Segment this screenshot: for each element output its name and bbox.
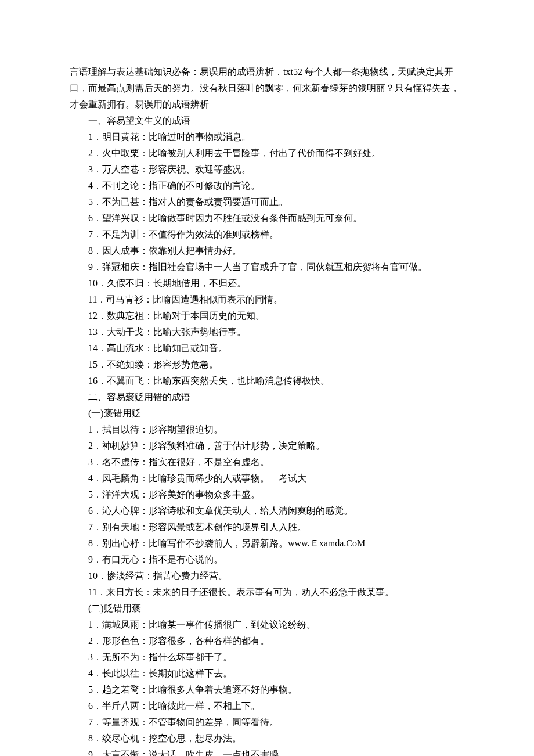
list-item: 7．别有天地：形容风景或艺术创作的境界引人入胜。 bbox=[70, 519, 464, 535]
list-item: 8．绞尽心机：挖空心思，想尽办法。 bbox=[70, 730, 464, 747]
list-item: 11．来日方长：未来的日子还很长。表示事有可为，劝人不必急于做某事。 bbox=[70, 584, 464, 600]
list-item: 6．半斤八两：比喻彼此一样，不相上下。 bbox=[70, 698, 464, 714]
list-item: 1．拭目以待：形容期望很迫切。 bbox=[70, 422, 464, 438]
list-item: 5．趋之若鹜：比喻很多人争着去追逐不好的事物。 bbox=[70, 682, 464, 698]
list-item: 3．无所不为：指什么坏事都干了。 bbox=[70, 649, 464, 665]
list-item: 2．形形色色：形容很多，各种各样的都有。 bbox=[70, 633, 464, 649]
list-item: 2．神机妙算：形容预料准确，善于估计形势，决定策略。 bbox=[70, 438, 464, 454]
list-item: 5．不为已甚：指对人的责备或责罚要适可而止。 bbox=[70, 194, 464, 210]
list-item: 10．惨淡经营：指苦心费力经营。 bbox=[70, 568, 464, 584]
list-item: 10．久假不归：长期地借用，不归还。 bbox=[70, 275, 464, 291]
list-item: 7．不足为训：不值得作为效法的准则或榜样。 bbox=[70, 226, 464, 243]
list-item: 5．洋洋大观：形容美好的事物众多丰盛。 bbox=[70, 487, 464, 503]
list-item: 12．数典忘祖：比喻对于本国历史的无知。 bbox=[70, 308, 464, 324]
section2-sub2-list: 1．满城风雨：比喻某一事件传播很广，到处议论纷纷。2．形形色色：形容很多，各种各… bbox=[70, 617, 464, 756]
list-item: 4．凤毛麟角：比喻珍贵而稀少的人或事物。 考试大 bbox=[70, 470, 464, 487]
list-item: 6．望洋兴叹：比喻做事时因力不胜任或没有条件而感到无可奈何。 bbox=[70, 210, 464, 226]
intro-paragraph: 言语理解与表达基础知识必备：易误用的成语辨析．txt52 每个人都一条抛物线，天… bbox=[70, 64, 464, 113]
list-item: 3．名不虚传：指实在很好，不是空有虚名。 bbox=[70, 454, 464, 470]
document-page: 言语理解与表达基础知识必备：易误用的成语辨析．txt52 每个人都一条抛物线，天… bbox=[0, 0, 534, 756]
section2-sub1-list: 1．拭目以待：形容期望很迫切。2．神机妙算：形容预料准确，善于估计形势，决定策略… bbox=[70, 422, 464, 600]
section2-sub1-heading: (一)褒错用贬 bbox=[70, 405, 464, 422]
list-item: 14．高山流水：比喻知己或知音。 bbox=[70, 340, 464, 357]
section2-heading: 二、容易褒贬用错的成语 bbox=[70, 389, 464, 405]
list-item: 8．别出心杼：比喻写作不抄袭前人，另辟新路。www.Ｅxamda.CoM bbox=[70, 535, 464, 552]
list-item: 15．不绝如缕：形容形势危急。 bbox=[70, 357, 464, 373]
list-item: 7．等量齐观：不管事物间的差异，同等看待。 bbox=[70, 714, 464, 730]
list-item: 8．因人成事：依靠别人把事情办好。 bbox=[70, 243, 464, 259]
list-item: 3．万人空巷：形容庆祝、欢迎等盛况。 bbox=[70, 161, 464, 178]
list-item: 6．沁人心脾：形容诗歌和文章优美动人，给人清闲爽朗的感觉。 bbox=[70, 503, 464, 519]
list-item: 2．火中取栗：比喻被别人利用去干冒险事，付出了代价而得不到好处。 bbox=[70, 145, 464, 161]
list-item: 16．不翼而飞：比喻东西突然丢失，也比喻消息传得极快。 bbox=[70, 373, 464, 389]
list-item: 1．满城风雨：比喻某一事件传播很广，到处议论纷纷。 bbox=[70, 617, 464, 633]
section2-sub2-heading: (二)贬错用褒 bbox=[70, 600, 464, 617]
list-item: 13．大动干戈：比喻大张声势地行事。 bbox=[70, 324, 464, 340]
list-item: 11．司马青衫：比喻因遭遇相似而表示的同情。 bbox=[70, 291, 464, 308]
list-item: 1．明日黄花：比喻过时的事物或消息。 bbox=[70, 129, 464, 145]
list-item: 9．大言不惭：说大话，吹牛皮，一点也不害臊。 bbox=[70, 747, 464, 756]
section1-heading: 一、容易望文生义的成语 bbox=[70, 113, 464, 129]
list-item: 9．弹冠相庆：指旧社会官场中一人当了官或升了官，同伙就互相庆贺将有官可做。 bbox=[70, 259, 464, 275]
section1-list: 1．明日黄花：比喻过时的事物或消息。2．火中取栗：比喻被别人利用去干冒险事，付出… bbox=[70, 129, 464, 389]
list-item: 4．长此以往：长期如此这样下去。 bbox=[70, 665, 464, 682]
list-item: 4．不刊之论：指正确的不可修改的言论。 bbox=[70, 178, 464, 194]
list-item: 9．有口无心：指不是有心说的。 bbox=[70, 552, 464, 568]
